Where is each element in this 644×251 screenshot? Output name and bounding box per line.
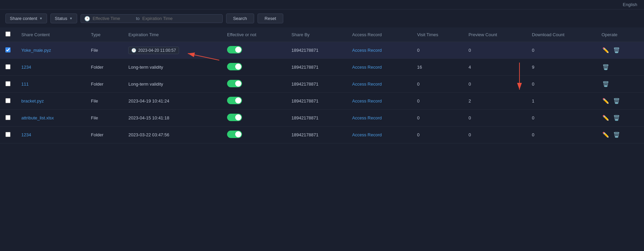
col-download-count: Download Count [527, 27, 596, 42]
effective-cell[interactable] [222, 93, 286, 110]
delete-button[interactable]: 🗑️ [613, 97, 621, 105]
access-record-link[interactable]: Access Record [352, 115, 382, 120]
clock-icon: 🕐 [84, 16, 90, 21]
row-checkbox[interactable] [5, 47, 10, 52]
share-content-link[interactable]: bracket.pyz [21, 98, 44, 104]
share-content-cell: attribute_list.xlsx [16, 110, 86, 127]
effective-toggle[interactable] [227, 80, 242, 87]
edit-button[interactable]: ✏️ [602, 97, 610, 105]
delete-button[interactable]: 🗑️ [613, 114, 621, 122]
type-cell: Folder [86, 127, 123, 143]
effective-toggle[interactable] [227, 131, 242, 138]
share-content-link[interactable]: Yoke_male.pyz [21, 48, 51, 53]
access-record-cell[interactable]: Access Record [347, 93, 412, 110]
reset-button[interactable]: Reset [258, 14, 283, 23]
share-content-link[interactable]: attribute_list.xlsx [21, 115, 54, 120]
effective-cell[interactable] [222, 127, 286, 143]
table-header-row: Share Content Type Expiration Time Effec… [0, 27, 644, 42]
operate-actions: ✏️🗑️ [602, 131, 639, 139]
share-content-link[interactable]: 111 [21, 82, 29, 87]
access-record-cell[interactable]: Access Record [347, 127, 412, 143]
row-checkbox[interactable] [5, 64, 10, 69]
access-record-cell[interactable]: Access Record [347, 59, 412, 76]
row-checkbox[interactable] [5, 115, 10, 120]
visit-times-cell: 0 [412, 76, 463, 93]
toolbar: Share content ▼ Status ▼ 🕐 to Search Res… [0, 9, 644, 27]
effective-toggle[interactable] [227, 114, 242, 121]
expiration-badge: 🕐 2023-04-20 11:00:57 [128, 47, 179, 54]
access-record-link[interactable]: Access Record [352, 48, 382, 53]
download-count-cell: 0 [527, 42, 596, 59]
type-cell: File [86, 42, 123, 59]
share-content-link[interactable]: 1234 [21, 65, 31, 70]
chevron-down-icon: ▼ [69, 17, 73, 20]
access-record-link[interactable]: Access Record [352, 132, 382, 137]
effective-toggle[interactable] [227, 97, 242, 104]
delete-button[interactable]: 🗑️ [602, 63, 610, 71]
col-type: Type [86, 27, 123, 42]
effective-toggle[interactable] [227, 46, 242, 53]
effective-toggle[interactable] [227, 63, 242, 70]
operate-cell: ✏️🗑️ [596, 93, 644, 110]
share-content-dropdown[interactable]: Share content ▼ [5, 14, 47, 23]
share-content-link[interactable]: 1234 [21, 132, 31, 137]
edit-button[interactable]: ✏️ [602, 46, 610, 54]
effective-time-input[interactable] [93, 16, 133, 21]
toggle-slider [227, 97, 242, 104]
download-count-cell: 0 [527, 127, 596, 143]
row-checkbox-cell[interactable] [0, 110, 16, 127]
effective-cell[interactable] [222, 59, 286, 76]
operate-actions: ✏️🗑️ [602, 46, 639, 54]
edit-button[interactable]: ✏️ [602, 131, 610, 139]
share-content-cell: Yoke_male.pyz [16, 42, 86, 59]
expiration-time-input[interactable] [142, 16, 183, 21]
table-row: 1234Folder2023-03-22 03:47:5618942178871… [0, 127, 644, 143]
chevron-down-icon: ▼ [39, 17, 43, 20]
delete-button[interactable]: 🗑️ [613, 46, 621, 54]
share-by-cell: 18942178871 [286, 42, 347, 59]
col-visit-times: Visit Times [412, 27, 463, 42]
preview-count-cell: 0 [463, 42, 526, 59]
expiration-time-cell: 2023-04-19 10:41:24 [123, 93, 222, 110]
access-record-link[interactable]: Access Record [352, 65, 382, 70]
toggle-slider [227, 114, 242, 121]
row-checkbox[interactable] [5, 132, 10, 137]
delete-button[interactable]: 🗑️ [613, 131, 621, 139]
edit-button[interactable]: ✏️ [602, 114, 610, 122]
row-checkbox-cell[interactable] [0, 59, 16, 76]
row-checkbox-cell[interactable] [0, 93, 16, 110]
operate-cell: ✏️🗑️ [596, 110, 644, 127]
access-record-cell[interactable]: Access Record [347, 76, 412, 93]
col-operate: Operate [596, 27, 644, 42]
visit-times-cell: 0 [412, 127, 463, 143]
select-all-cell[interactable] [0, 27, 16, 42]
share-by-cell: 18942178871 [286, 93, 347, 110]
toggle-slider [227, 80, 242, 87]
access-record-link[interactable]: Access Record [352, 82, 382, 87]
share-by-cell: 18942178871 [286, 59, 347, 76]
search-button[interactable]: Search [226, 14, 254, 23]
row-checkbox-cell[interactable] [0, 42, 16, 59]
col-share-content: Share Content [16, 27, 86, 42]
share-content-label: Share content [10, 16, 37, 21]
share-by-cell: 18942178871 [286, 76, 347, 93]
type-cell: File [86, 110, 123, 127]
access-record-link[interactable]: Access Record [352, 98, 382, 104]
share-content-cell: 111 [16, 76, 86, 93]
preview-count-cell: 4 [463, 59, 526, 76]
effective-cell[interactable] [222, 110, 286, 127]
status-dropdown[interactable]: Status ▼ [50, 14, 77, 23]
effective-cell[interactable] [222, 42, 286, 59]
row-checkbox[interactable] [5, 98, 10, 103]
select-all-checkbox[interactable] [5, 31, 10, 37]
row-checkbox-cell[interactable] [0, 127, 16, 143]
effective-cell[interactable] [222, 76, 286, 93]
delete-button[interactable]: 🗑️ [602, 80, 610, 88]
access-record-cell[interactable]: Access Record [347, 110, 412, 127]
row-checkbox[interactable] [5, 81, 10, 86]
table-row: Yoke_male.pyzFile🕐 2023-04-20 11:00:5718… [0, 42, 644, 59]
type-cell: Folder [86, 76, 123, 93]
row-checkbox-cell[interactable] [0, 76, 16, 93]
access-record-cell[interactable]: Access Record [347, 42, 412, 59]
preview-count-cell: 0 [463, 127, 526, 143]
